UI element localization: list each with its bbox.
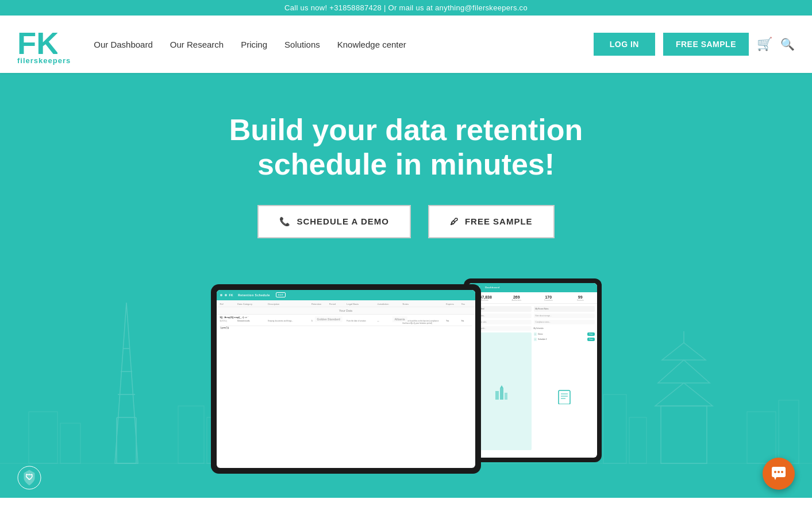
svg-marker-34	[500, 385, 503, 388]
logo-text: filerskeepers	[17, 56, 71, 65]
top-banner-text: Call us now! +31858887428 | Or mail us a…	[284, 3, 528, 12]
svg-rect-33	[505, 393, 507, 400]
svg-text:🛡: 🛡	[25, 473, 33, 482]
nav-pricing[interactable]: Pricing	[241, 40, 267, 49]
nav-our-research[interactable]: Our Research	[170, 40, 224, 49]
main-nav: Our Dashboard Our Research Pricing Solut…	[94, 40, 593, 49]
svg-rect-31	[495, 391, 499, 400]
nav-knowledge-center[interactable]: Knowledge center	[337, 40, 406, 49]
stat4-number: 99	[566, 295, 595, 299]
hero-title: Build your data retention schedule in mi…	[176, 113, 636, 182]
hero-buttons: 📞 SCHEDULE A DEMO 🖊 FREE SAMPLE	[176, 205, 636, 238]
svg-marker-43	[774, 477, 776, 480]
svg-rect-32	[500, 388, 503, 400]
chat-icon	[771, 466, 787, 482]
stat3-label: Countries	[534, 299, 563, 301]
logo-icon: FK	[17, 24, 57, 59]
hero-section: Build your data retention schedule in mi…	[0, 73, 812, 498]
svg-point-41	[778, 471, 780, 473]
nav-our-dashboard[interactable]: Our Dashboard	[94, 40, 153, 49]
schedule-demo-button[interactable]: 📞 SCHEDULE A DEMO	[257, 205, 411, 238]
badge-icon: 🛡	[17, 466, 41, 490]
stat2-label: Authorities	[502, 299, 531, 301]
logo[interactable]: FK filerskeepers	[17, 24, 71, 65]
chat-button[interactable]	[763, 458, 795, 490]
download-icon: 🖊	[450, 216, 459, 226]
header: FK filerskeepers Our Dashboard Our Resea…	[0, 16, 812, 73]
devices-wrap: FK Retention Schedule EDIT Ref Data Cate…	[0, 273, 812, 474]
tablet-main: FK Retention Schedule EDIT Ref Data Cate…	[211, 284, 481, 474]
nav-solutions[interactable]: Solutions	[284, 40, 320, 49]
phone-icon: 📞	[279, 216, 291, 227]
login-button[interactable]: LOG IN	[594, 33, 655, 56]
svg-point-42	[781, 471, 783, 473]
stat4-label: Sectors	[566, 299, 595, 301]
tablet-right-screen: FK Dashboard 267,838 Records 269 Authori…	[468, 283, 597, 458]
svg-rect-35	[559, 390, 570, 404]
tablet-main-screen: FK Retention Schedule EDIT Ref Data Cate…	[217, 290, 475, 468]
free-sample-button[interactable]: FREE SAMPLE	[663, 33, 749, 56]
security-badge[interactable]: 🛡	[17, 466, 41, 490]
stat3-number: 170	[534, 295, 563, 299]
svg-point-40	[774, 471, 776, 473]
cart-icon[interactable]: 🛒	[757, 37, 772, 52]
free-sample-hero-button[interactable]: 🖊 FREE SAMPLE	[428, 205, 555, 238]
stat2-number: 269	[502, 295, 531, 299]
svg-text:FK: FK	[17, 26, 57, 59]
tablet-right: FK Dashboard 267,838 Records 269 Authori…	[464, 278, 602, 462]
top-banner: Call us now! +31858887428 | Or mail us a…	[0, 0, 812, 16]
hero-content: Build your data retention schedule in mi…	[165, 73, 648, 261]
header-actions: LOG IN FREE SAMPLE 🛒 🔍	[594, 33, 795, 56]
search-icon[interactable]: 🔍	[780, 37, 795, 51]
